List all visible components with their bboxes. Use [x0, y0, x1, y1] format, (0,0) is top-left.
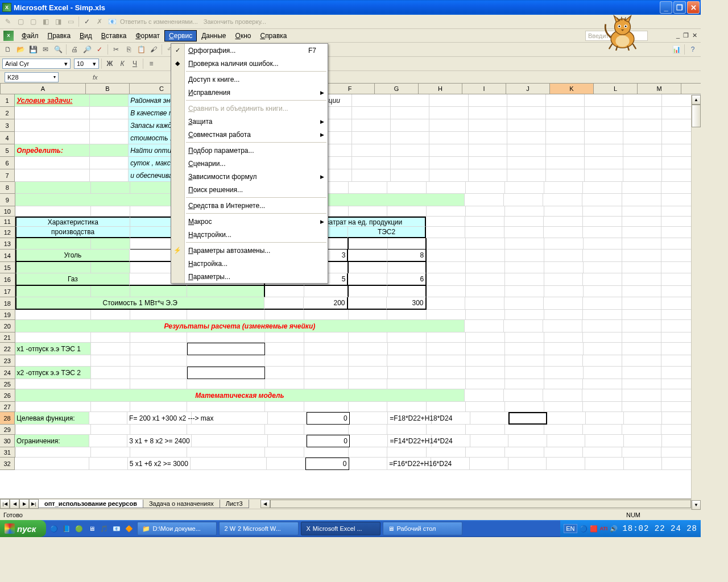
- cell-A10[interactable]: [15, 206, 91, 217]
- cell-H3[interactable]: [391, 119, 429, 132]
- cell-N11[interactable]: [622, 217, 661, 227]
- cell-D30[interactable]: [192, 435, 268, 447]
- cell-E17[interactable]: [265, 286, 304, 297]
- cell-C29[interactable]: [130, 425, 188, 435]
- cell-K16[interactable]: [505, 273, 544, 286]
- cell-G27[interactable]: [349, 402, 388, 412]
- cell-K5[interactable]: [507, 144, 546, 157]
- cell-L11[interactable]: [544, 217, 583, 227]
- cell-G25[interactable]: [349, 379, 388, 389]
- cell-J27[interactable]: [466, 402, 505, 412]
- cell-L19[interactable]: [544, 310, 584, 320]
- row-header[interactable]: 26: [0, 389, 15, 402]
- cell-M8[interactable]: [583, 182, 622, 194]
- cell-I19[interactable]: [427, 310, 466, 320]
- cell-G3[interactable]: [352, 119, 391, 132]
- col-header-L[interactable]: L: [594, 84, 638, 94]
- cell-L14[interactable]: [544, 250, 584, 262]
- tray-icon[interactable]: 🟥: [590, 525, 598, 533]
- cell-I13[interactable]: [427, 238, 466, 250]
- print-icon[interactable]: 🖨: [69, 44, 80, 55]
- cell-J12[interactable]: [465, 227, 504, 238]
- cell-B21[interactable]: [91, 332, 130, 343]
- cell-L23[interactable]: [544, 355, 584, 367]
- tool-icon[interactable]: ▢: [15, 16, 26, 27]
- ql-icon[interactable]: 🔵: [48, 522, 60, 535]
- cell-L25[interactable]: [544, 379, 584, 389]
- row-header[interactable]: 8: [0, 182, 15, 194]
- menu-item[interactable]: Средства в Интернете...: [171, 199, 328, 212]
- row-header[interactable]: 17: [0, 286, 15, 297]
- cell-I31[interactable]: [427, 447, 466, 458]
- cell-B30[interactable]: [89, 435, 128, 447]
- cell-M22[interactable]: [584, 343, 623, 355]
- cell-M30[interactable]: [585, 435, 624, 447]
- cell-J25[interactable]: [466, 379, 505, 389]
- cell-N19[interactable]: [622, 310, 661, 320]
- cell-H27[interactable]: [387, 402, 427, 412]
- row-header[interactable]: 27: [0, 402, 15, 412]
- cell-F24[interactable]: [304, 367, 349, 379]
- cell-B32[interactable]: [89, 458, 128, 470]
- menu-item[interactable]: Доступ к книге...: [171, 73, 328, 86]
- cell-G17[interactable]: [349, 286, 388, 297]
- cell-F19[interactable]: [304, 310, 349, 320]
- row-header[interactable]: 16: [0, 273, 15, 286]
- cell-G18[interactable]: [348, 297, 387, 310]
- start-button[interactable]: пуск: [0, 520, 46, 537]
- cell-H30[interactable]: =F14*D22+H14*D24: [388, 435, 432, 447]
- menu-Данные[interactable]: Данные: [197, 30, 230, 41]
- cell-I3[interactable]: [429, 119, 468, 132]
- row-header[interactable]: 15: [0, 262, 15, 273]
- cell-I17[interactable]: [427, 286, 466, 297]
- paste-icon[interactable]: 📋: [135, 44, 147, 55]
- tray-icon[interactable]: ATI: [600, 526, 608, 531]
- cell-M3[interactable]: [585, 119, 623, 132]
- cell-M17[interactable]: [584, 286, 623, 297]
- italic-button[interactable]: К: [117, 58, 128, 69]
- cell-I4[interactable]: [429, 132, 468, 144]
- menu-item[interactable]: Совместная работа▶: [171, 128, 328, 141]
- col-header-A[interactable]: A: [1, 84, 86, 94]
- cell-B17[interactable]: [91, 286, 130, 297]
- tab-nav-next[interactable]: ▶: [19, 499, 29, 509]
- cell-B23[interactable]: [91, 355, 130, 367]
- cell-J19[interactable]: [466, 310, 505, 320]
- cell-H23[interactable]: [387, 355, 427, 367]
- cell-D21[interactable]: [187, 332, 265, 343]
- cell-N24[interactable]: [622, 367, 661, 379]
- cell-C25[interactable]: [130, 379, 188, 389]
- cell-A27[interactable]: [15, 402, 91, 412]
- ql-icon[interactable]: 📧: [111, 522, 122, 535]
- cell-N29[interactable]: [622, 425, 661, 435]
- cell-K8[interactable]: [505, 182, 544, 194]
- cell-N3[interactable]: [623, 119, 662, 132]
- cell-H8[interactable]: [387, 182, 427, 194]
- cell-J13[interactable]: [466, 238, 505, 250]
- row-header[interactable]: 1: [0, 94, 15, 107]
- tab-nav-last[interactable]: ▶|: [29, 499, 39, 509]
- search-icon[interactable]: 🔍: [52, 44, 64, 55]
- cell-I10[interactable]: [427, 206, 466, 217]
- tool-icon[interactable]: ◧: [40, 16, 51, 27]
- cell-C30[interactable]: 3 x1 + 8 x2 >= 2400: [127, 435, 192, 447]
- row-header[interactable]: 13: [0, 238, 15, 250]
- menu-item[interactable]: Надстройки...: [171, 228, 328, 241]
- taskbar-task[interactable]: XMicrosoft Excel ...: [301, 522, 380, 535]
- cell-J20[interactable]: [465, 320, 504, 332]
- cell-A8[interactable]: [15, 182, 91, 194]
- cell-G30[interactable]: [350, 435, 388, 447]
- cell-H1[interactable]: [391, 94, 429, 107]
- cell-H16[interactable]: 6: [387, 273, 427, 286]
- menu-item[interactable]: ✓Орфография...F7: [171, 44, 328, 57]
- cell-D32[interactable]: [191, 458, 267, 470]
- reply-changes-button[interactable]: Ответить с изменениями...: [120, 18, 198, 25]
- cell-M28[interactable]: [586, 412, 624, 425]
- cell-M16[interactable]: [583, 273, 622, 286]
- cell-L12[interactable]: [544, 227, 583, 238]
- cell-K18[interactable]: [504, 297, 544, 310]
- cell-N28[interactable]: [624, 412, 662, 425]
- cell-N31[interactable]: [622, 447, 661, 458]
- row-header[interactable]: 19: [0, 310, 15, 320]
- row-header[interactable]: 20: [0, 320, 15, 332]
